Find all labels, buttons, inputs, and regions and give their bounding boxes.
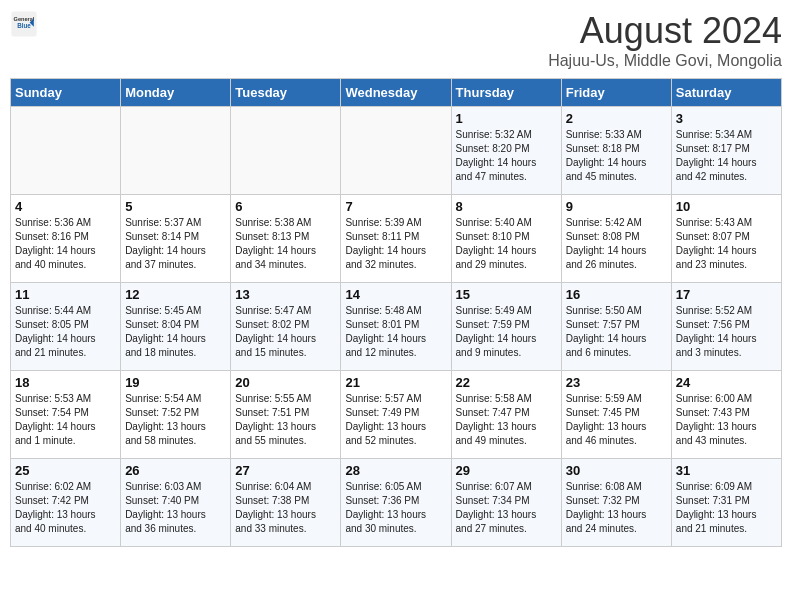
- day-header-sunday: Sunday: [11, 79, 121, 107]
- calendar-cell: 23Sunrise: 5:59 AM Sunset: 7:45 PM Dayli…: [561, 371, 671, 459]
- day-number: 27: [235, 463, 336, 478]
- day-header-saturday: Saturday: [671, 79, 781, 107]
- day-info: Sunrise: 6:00 AM Sunset: 7:43 PM Dayligh…: [676, 392, 777, 448]
- calendar-cell: 26Sunrise: 6:03 AM Sunset: 7:40 PM Dayli…: [121, 459, 231, 547]
- calendar-cell: 19Sunrise: 5:54 AM Sunset: 7:52 PM Dayli…: [121, 371, 231, 459]
- calendar-cell: 10Sunrise: 5:43 AM Sunset: 8:07 PM Dayli…: [671, 195, 781, 283]
- day-info: Sunrise: 6:04 AM Sunset: 7:38 PM Dayligh…: [235, 480, 336, 536]
- calendar-cell: 1Sunrise: 5:32 AM Sunset: 8:20 PM Daylig…: [451, 107, 561, 195]
- day-info: Sunrise: 5:43 AM Sunset: 8:07 PM Dayligh…: [676, 216, 777, 272]
- calendar-cell: 14Sunrise: 5:48 AM Sunset: 8:01 PM Dayli…: [341, 283, 451, 371]
- day-number: 30: [566, 463, 667, 478]
- day-info: Sunrise: 5:36 AM Sunset: 8:16 PM Dayligh…: [15, 216, 116, 272]
- day-number: 13: [235, 287, 336, 302]
- day-info: Sunrise: 5:33 AM Sunset: 8:18 PM Dayligh…: [566, 128, 667, 184]
- day-info: Sunrise: 5:44 AM Sunset: 8:05 PM Dayligh…: [15, 304, 116, 360]
- month-title: August 2024: [548, 10, 782, 52]
- day-number: 5: [125, 199, 226, 214]
- day-info: Sunrise: 5:54 AM Sunset: 7:52 PM Dayligh…: [125, 392, 226, 448]
- calendar-cell: 17Sunrise: 5:52 AM Sunset: 7:56 PM Dayli…: [671, 283, 781, 371]
- day-number: 16: [566, 287, 667, 302]
- day-number: 8: [456, 199, 557, 214]
- day-info: Sunrise: 5:52 AM Sunset: 7:56 PM Dayligh…: [676, 304, 777, 360]
- day-header-monday: Monday: [121, 79, 231, 107]
- calendar-cell: 18Sunrise: 5:53 AM Sunset: 7:54 PM Dayli…: [11, 371, 121, 459]
- day-info: Sunrise: 5:47 AM Sunset: 8:02 PM Dayligh…: [235, 304, 336, 360]
- day-info: Sunrise: 5:58 AM Sunset: 7:47 PM Dayligh…: [456, 392, 557, 448]
- calendar-cell: [121, 107, 231, 195]
- day-number: 18: [15, 375, 116, 390]
- calendar-cell: 31Sunrise: 6:09 AM Sunset: 7:31 PM Dayli…: [671, 459, 781, 547]
- day-info: Sunrise: 6:05 AM Sunset: 7:36 PM Dayligh…: [345, 480, 446, 536]
- calendar-cell: [231, 107, 341, 195]
- day-info: Sunrise: 5:39 AM Sunset: 8:11 PM Dayligh…: [345, 216, 446, 272]
- day-info: Sunrise: 5:55 AM Sunset: 7:51 PM Dayligh…: [235, 392, 336, 448]
- day-info: Sunrise: 5:59 AM Sunset: 7:45 PM Dayligh…: [566, 392, 667, 448]
- day-number: 31: [676, 463, 777, 478]
- title-area: August 2024 Hajuu-Us, Middle Govi, Mongo…: [548, 10, 782, 70]
- calendar-cell: 3Sunrise: 5:34 AM Sunset: 8:17 PM Daylig…: [671, 107, 781, 195]
- calendar-cell: 2Sunrise: 5:33 AM Sunset: 8:18 PM Daylig…: [561, 107, 671, 195]
- day-info: Sunrise: 5:37 AM Sunset: 8:14 PM Dayligh…: [125, 216, 226, 272]
- day-info: Sunrise: 6:02 AM Sunset: 7:42 PM Dayligh…: [15, 480, 116, 536]
- calendar-week-5: 25Sunrise: 6:02 AM Sunset: 7:42 PM Dayli…: [11, 459, 782, 547]
- day-info: Sunrise: 6:09 AM Sunset: 7:31 PM Dayligh…: [676, 480, 777, 536]
- day-info: Sunrise: 6:03 AM Sunset: 7:40 PM Dayligh…: [125, 480, 226, 536]
- day-info: Sunrise: 5:50 AM Sunset: 7:57 PM Dayligh…: [566, 304, 667, 360]
- day-info: Sunrise: 6:08 AM Sunset: 7:32 PM Dayligh…: [566, 480, 667, 536]
- calendar-cell: 8Sunrise: 5:40 AM Sunset: 8:10 PM Daylig…: [451, 195, 561, 283]
- day-info: Sunrise: 5:48 AM Sunset: 8:01 PM Dayligh…: [345, 304, 446, 360]
- day-number: 15: [456, 287, 557, 302]
- day-number: 10: [676, 199, 777, 214]
- calendar-cell: 20Sunrise: 5:55 AM Sunset: 7:51 PM Dayli…: [231, 371, 341, 459]
- calendar-cell: 6Sunrise: 5:38 AM Sunset: 8:13 PM Daylig…: [231, 195, 341, 283]
- calendar-cell: 11Sunrise: 5:44 AM Sunset: 8:05 PM Dayli…: [11, 283, 121, 371]
- day-header-wednesday: Wednesday: [341, 79, 451, 107]
- day-number: 19: [125, 375, 226, 390]
- day-number: 14: [345, 287, 446, 302]
- logo: General Blue: [10, 10, 38, 38]
- day-number: 24: [676, 375, 777, 390]
- calendar-cell: [341, 107, 451, 195]
- calendar-cell: 13Sunrise: 5:47 AM Sunset: 8:02 PM Dayli…: [231, 283, 341, 371]
- day-info: Sunrise: 5:45 AM Sunset: 8:04 PM Dayligh…: [125, 304, 226, 360]
- calendar-cell: 30Sunrise: 6:08 AM Sunset: 7:32 PM Dayli…: [561, 459, 671, 547]
- calendar-cell: 22Sunrise: 5:58 AM Sunset: 7:47 PM Dayli…: [451, 371, 561, 459]
- svg-text:Blue: Blue: [17, 22, 31, 29]
- calendar-cell: 15Sunrise: 5:49 AM Sunset: 7:59 PM Dayli…: [451, 283, 561, 371]
- day-number: 12: [125, 287, 226, 302]
- day-number: 11: [15, 287, 116, 302]
- calendar-cell: 27Sunrise: 6:04 AM Sunset: 7:38 PM Dayli…: [231, 459, 341, 547]
- location-subtitle: Hajuu-Us, Middle Govi, Mongolia: [548, 52, 782, 70]
- calendar-week-2: 4Sunrise: 5:36 AM Sunset: 8:16 PM Daylig…: [11, 195, 782, 283]
- calendar-cell: 28Sunrise: 6:05 AM Sunset: 7:36 PM Dayli…: [341, 459, 451, 547]
- calendar-cell: 25Sunrise: 6:02 AM Sunset: 7:42 PM Dayli…: [11, 459, 121, 547]
- day-info: Sunrise: 5:38 AM Sunset: 8:13 PM Dayligh…: [235, 216, 336, 272]
- calendar-table: SundayMondayTuesdayWednesdayThursdayFrid…: [10, 78, 782, 547]
- day-header-friday: Friday: [561, 79, 671, 107]
- day-info: Sunrise: 5:57 AM Sunset: 7:49 PM Dayligh…: [345, 392, 446, 448]
- calendar-cell: 4Sunrise: 5:36 AM Sunset: 8:16 PM Daylig…: [11, 195, 121, 283]
- day-info: Sunrise: 5:49 AM Sunset: 7:59 PM Dayligh…: [456, 304, 557, 360]
- day-number: 26: [125, 463, 226, 478]
- day-number: 20: [235, 375, 336, 390]
- day-info: Sunrise: 5:34 AM Sunset: 8:17 PM Dayligh…: [676, 128, 777, 184]
- day-info: Sunrise: 6:07 AM Sunset: 7:34 PM Dayligh…: [456, 480, 557, 536]
- calendar-cell: 21Sunrise: 5:57 AM Sunset: 7:49 PM Dayli…: [341, 371, 451, 459]
- day-number: 25: [15, 463, 116, 478]
- calendar-cell: 7Sunrise: 5:39 AM Sunset: 8:11 PM Daylig…: [341, 195, 451, 283]
- day-header-thursday: Thursday: [451, 79, 561, 107]
- calendar-cell: 9Sunrise: 5:42 AM Sunset: 8:08 PM Daylig…: [561, 195, 671, 283]
- calendar-week-1: 1Sunrise: 5:32 AM Sunset: 8:20 PM Daylig…: [11, 107, 782, 195]
- day-number: 29: [456, 463, 557, 478]
- calendar-week-3: 11Sunrise: 5:44 AM Sunset: 8:05 PM Dayli…: [11, 283, 782, 371]
- day-number: 28: [345, 463, 446, 478]
- day-number: 3: [676, 111, 777, 126]
- calendar-cell: [11, 107, 121, 195]
- day-number: 1: [456, 111, 557, 126]
- calendar-cell: 5Sunrise: 5:37 AM Sunset: 8:14 PM Daylig…: [121, 195, 231, 283]
- day-number: 17: [676, 287, 777, 302]
- day-info: Sunrise: 5:42 AM Sunset: 8:08 PM Dayligh…: [566, 216, 667, 272]
- calendar-cell: 24Sunrise: 6:00 AM Sunset: 7:43 PM Dayli…: [671, 371, 781, 459]
- calendar-cell: 12Sunrise: 5:45 AM Sunset: 8:04 PM Dayli…: [121, 283, 231, 371]
